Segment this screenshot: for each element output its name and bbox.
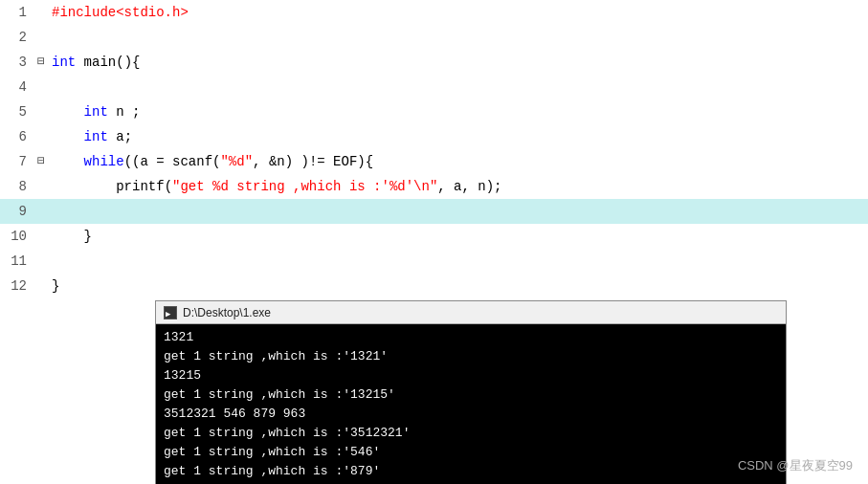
code-text-8: printf("get %d string ,which is :'%d'\n"… [48,174,502,199]
terminal-body: 1321 get 1 string ,which is :'1321' 1321… [156,324,786,484]
code-line-9: 9 [0,199,868,224]
terminal-line-4: get 1 string ,which is :'13215' [164,385,778,405]
code-text-9 [48,199,52,224]
code-line-2: 2 [0,25,868,50]
code-text-1: #include<stdio.h> [48,0,189,25]
code-line-8: 8 printf("get %d string ,which is :'%d'\… [0,174,868,199]
code-editor: 1 #include<stdio.h> 2 3 ⊟ int main(){ 4 [0,0,868,484]
code-line-12: 12 } ▶ D:\Desktop\1.ex [0,274,868,484]
terminal-line-6: get 1 string ,which is :'3512321' [164,424,778,443]
code-text-10: } [48,224,92,249]
line-number-5: 5 [0,99,34,124]
code-line-4: 4 [0,75,868,99]
code-line-6: 6 int a; [0,124,868,149]
fold-gutter-9 [34,199,48,224]
code-text-2 [48,25,52,50]
code-line-1: 1 #include<stdio.h> [0,0,868,25]
line-number-7: 7 [0,149,34,174]
fold-gutter-2 [34,25,48,50]
fold-gutter-3: ⊟ [34,50,48,75]
cmd-icon: ▶ [165,307,176,319]
terminal-line-3: 13215 [164,366,778,385]
terminal-line-1: 1321 [164,328,778,347]
terminal-line-2: get 1 string ,which is :'1321' [164,347,778,366]
line-number-1: 1 [0,0,34,25]
code-lines: 1 #include<stdio.h> 2 3 ⊟ int main(){ 4 [0,0,868,484]
line-number-8: 8 [0,174,34,199]
line-number-9: 9 [0,199,34,224]
fold-gutter-7: ⊟ [34,149,48,174]
code-text-11 [48,249,52,274]
fold-gutter-8 [34,174,48,199]
line-number-3: 3 [0,50,34,75]
terminal-line-7: get 1 string ,which is :'546' [164,443,778,462]
code-line-5: 5 int n ; [0,99,868,124]
svg-text:▶: ▶ [166,309,171,319]
code-text-3: int main(){ [48,50,140,75]
code-line-11: 11 [0,249,868,274]
terminal-titlebar: ▶ D:\Desktop\1.exe [156,301,786,324]
line-number-2: 2 [0,25,34,50]
fold-gutter-6 [34,124,48,149]
code-line-7: 7 ⊟ while((a = scanf("%d", &n) )!= EOF){ [0,149,868,174]
code-line-3: 3 ⊟ int main(){ [0,50,868,75]
watermark: CSDN @星夜夏空99 [738,457,853,474]
terminal-line-5: 3512321 546 879 963 [164,405,778,424]
line-number-10: 10 [0,224,34,249]
fold-gutter-11 [34,249,48,274]
code-line-10: 10 } [0,224,868,249]
fold-gutter-10 [34,224,48,249]
code-text-6: int a; [48,124,132,149]
code-text-12: } [48,274,868,298]
line-number-11: 11 [0,249,34,274]
line-number-12: 12 [0,274,34,298]
terminal-title-text: D:\Desktop\1.exe [183,300,271,325]
terminal-window: ▶ D:\Desktop\1.exe 1321 get 1 string ,wh… [155,300,787,484]
code-text-7: while((a = scanf("%d", &n) )!= EOF){ [48,149,373,174]
fold-gutter-4 [34,75,48,99]
fold-gutter-1 [34,0,48,25]
fold-gutter-5 [34,99,48,124]
terminal-app-icon: ▶ [164,306,177,319]
line-number-6: 6 [0,124,34,149]
line-number-4: 4 [0,75,34,99]
code-text-5: int n ; [48,99,140,124]
code-text-4 [48,75,52,99]
terminal-line-8: get 1 string ,which is :'879' [164,462,778,481]
